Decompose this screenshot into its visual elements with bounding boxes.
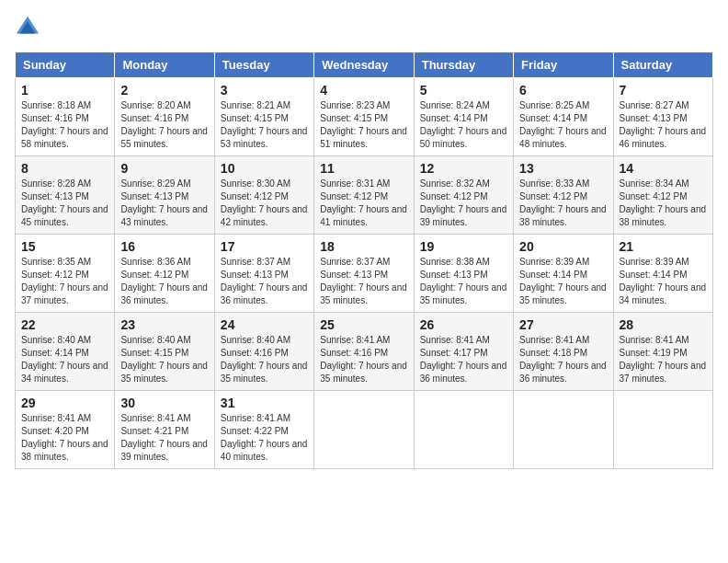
day-detail: Sunrise: 8:41 AMSunset: 4:21 PMDaylight:…	[120, 413, 208, 462]
day-detail: Sunrise: 8:41 AMSunset: 4:20 PMDaylight:…	[21, 413, 108, 462]
day-number: 10	[221, 161, 308, 176]
calendar-cell: 21 Sunrise: 8:39 AMSunset: 4:14 PMDaylig…	[613, 235, 712, 313]
day-number: 20	[519, 239, 607, 254]
calendar-cell: 19 Sunrise: 8:38 AMSunset: 4:13 PMDaylig…	[414, 235, 513, 313]
day-detail: Sunrise: 8:40 AMSunset: 4:16 PMDaylight:…	[221, 335, 308, 384]
day-detail: Sunrise: 8:23 AMSunset: 4:15 PMDaylight:…	[320, 100, 407, 149]
logo	[15, 15, 44, 40]
calendar-cell: 11 Sunrise: 8:31 AMSunset: 4:12 PMDaylig…	[314, 156, 414, 235]
calendar-cell: 23 Sunrise: 8:40 AMSunset: 4:15 PMDaylig…	[115, 313, 214, 391]
calendar-cell: 31 Sunrise: 8:41 AMSunset: 4:22 PMDaylig…	[214, 391, 313, 469]
day-number: 5	[420, 83, 507, 98]
calendar-cell: 1 Sunrise: 8:18 AMSunset: 4:16 PMDayligh…	[16, 78, 115, 156]
calendar-cell: 15 Sunrise: 8:35 AMSunset: 4:12 PMDaylig…	[16, 235, 115, 313]
weekday-header-tuesday: Tuesday	[214, 52, 313, 78]
calendar-cell: 10 Sunrise: 8:30 AMSunset: 4:12 PMDaylig…	[214, 156, 313, 235]
calendar-cell: 2 Sunrise: 8:20 AMSunset: 4:16 PMDayligh…	[115, 78, 214, 156]
day-number: 18	[320, 239, 407, 254]
calendar-cell: 12 Sunrise: 8:32 AMSunset: 4:12 PMDaylig…	[414, 156, 513, 235]
day-detail: Sunrise: 8:24 AMSunset: 4:14 PMDaylight:…	[420, 100, 507, 149]
calendar-cell	[514, 391, 613, 469]
day-detail: Sunrise: 8:21 AMSunset: 4:15 PMDaylight:…	[221, 100, 308, 149]
day-detail: Sunrise: 8:25 AMSunset: 4:14 PMDaylight:…	[519, 100, 607, 149]
day-number: 31	[221, 396, 308, 410]
calendar-cell: 3 Sunrise: 8:21 AMSunset: 4:15 PMDayligh…	[214, 78, 313, 156]
day-number: 3	[221, 83, 308, 98]
calendar-cell: 13 Sunrise: 8:33 AMSunset: 4:12 PMDaylig…	[514, 156, 613, 235]
day-detail: Sunrise: 8:40 AMSunset: 4:14 PMDaylight:…	[21, 335, 108, 384]
day-detail: Sunrise: 8:18 AMSunset: 4:16 PMDaylight:…	[21, 100, 108, 149]
day-detail: Sunrise: 8:27 AMSunset: 4:13 PMDaylight:…	[620, 100, 707, 149]
day-detail: Sunrise: 8:41 AMSunset: 4:17 PMDaylight:…	[420, 335, 507, 384]
day-number: 19	[420, 239, 507, 254]
calendar-cell: 5 Sunrise: 8:24 AMSunset: 4:14 PMDayligh…	[414, 78, 513, 156]
day-detail: Sunrise: 8:34 AMSunset: 4:12 PMDaylight:…	[620, 178, 707, 227]
calendar-week-row: 15 Sunrise: 8:35 AMSunset: 4:12 PMDaylig…	[16, 235, 713, 313]
day-number: 25	[320, 317, 407, 332]
day-detail: Sunrise: 8:39 AMSunset: 4:14 PMDaylight:…	[519, 257, 607, 305]
day-number: 4	[320, 83, 407, 98]
day-number: 2	[120, 83, 208, 98]
day-detail: Sunrise: 8:33 AMSunset: 4:12 PMDaylight:…	[519, 178, 607, 227]
calendar-cell: 6 Sunrise: 8:25 AMSunset: 4:14 PMDayligh…	[514, 78, 613, 156]
day-number: 8	[21, 161, 108, 176]
day-number: 1	[21, 83, 108, 98]
day-detail: Sunrise: 8:41 AMSunset: 4:22 PMDaylight:…	[221, 413, 308, 462]
day-number: 28	[620, 317, 707, 332]
day-number: 12	[420, 161, 507, 176]
day-detail: Sunrise: 8:32 AMSunset: 4:12 PMDaylight:…	[420, 178, 507, 227]
day-number: 14	[620, 161, 707, 176]
day-detail: Sunrise: 8:29 AMSunset: 4:13 PMDaylight:…	[120, 178, 208, 227]
day-number: 23	[120, 317, 208, 332]
day-detail: Sunrise: 8:40 AMSunset: 4:15 PMDaylight:…	[120, 335, 208, 384]
day-detail: Sunrise: 8:41 AMSunset: 4:18 PMDaylight:…	[519, 335, 607, 384]
day-number: 27	[519, 317, 607, 332]
calendar-cell: 28 Sunrise: 8:41 AMSunset: 4:19 PMDaylig…	[613, 313, 712, 391]
day-number: 13	[519, 161, 607, 176]
calendar-cell: 24 Sunrise: 8:40 AMSunset: 4:16 PMDaylig…	[214, 313, 313, 391]
calendar-cell: 9 Sunrise: 8:29 AMSunset: 4:13 PMDayligh…	[115, 156, 214, 235]
calendar-cell: 16 Sunrise: 8:36 AMSunset: 4:12 PMDaylig…	[115, 235, 214, 313]
day-detail: Sunrise: 8:31 AMSunset: 4:12 PMDaylight:…	[320, 178, 407, 227]
calendar-cell: 8 Sunrise: 8:28 AMSunset: 4:13 PMDayligh…	[16, 156, 115, 235]
day-number: 11	[320, 161, 407, 176]
day-detail: Sunrise: 8:35 AMSunset: 4:12 PMDaylight:…	[21, 257, 108, 305]
weekday-header-saturday: Saturday	[613, 52, 712, 78]
calendar-cell: 7 Sunrise: 8:27 AMSunset: 4:13 PMDayligh…	[613, 78, 712, 156]
calendar-week-row: 8 Sunrise: 8:28 AMSunset: 4:13 PMDayligh…	[16, 156, 713, 235]
calendar-week-row: 29 Sunrise: 8:41 AMSunset: 4:20 PMDaylig…	[16, 391, 713, 469]
calendar-cell: 18 Sunrise: 8:37 AMSunset: 4:13 PMDaylig…	[314, 235, 414, 313]
calendar-cell: 20 Sunrise: 8:39 AMSunset: 4:14 PMDaylig…	[514, 235, 613, 313]
calendar-cell: 27 Sunrise: 8:41 AMSunset: 4:18 PMDaylig…	[514, 313, 613, 391]
day-number: 6	[519, 83, 607, 98]
weekday-header-monday: Monday	[115, 52, 214, 78]
day-number: 7	[620, 83, 707, 98]
calendar-cell: 29 Sunrise: 8:41 AMSunset: 4:20 PMDaylig…	[16, 391, 115, 469]
header	[15, 15, 713, 40]
day-number: 16	[120, 239, 208, 254]
weekday-header-wednesday: Wednesday	[314, 52, 414, 78]
day-detail: Sunrise: 8:41 AMSunset: 4:19 PMDaylight:…	[620, 335, 707, 384]
day-number: 9	[120, 161, 208, 176]
calendar-cell	[414, 391, 513, 469]
day-number: 21	[620, 239, 707, 254]
day-number: 30	[120, 396, 208, 410]
day-number: 15	[21, 239, 108, 254]
day-detail: Sunrise: 8:30 AMSunset: 4:12 PMDaylight:…	[221, 178, 308, 227]
weekday-header-friday: Friday	[514, 52, 613, 78]
day-number: 26	[420, 317, 507, 332]
calendar-cell: 17 Sunrise: 8:37 AMSunset: 4:13 PMDaylig…	[214, 235, 313, 313]
calendar-cell: 26 Sunrise: 8:41 AMSunset: 4:17 PMDaylig…	[414, 313, 513, 391]
calendar-table: SundayMondayTuesdayWednesdayThursdayFrid…	[15, 52, 713, 469]
day-detail: Sunrise: 8:38 AMSunset: 4:13 PMDaylight:…	[420, 257, 507, 305]
day-detail: Sunrise: 8:39 AMSunset: 4:14 PMDaylight:…	[620, 257, 707, 305]
calendar-cell: 14 Sunrise: 8:34 AMSunset: 4:12 PMDaylig…	[613, 156, 712, 235]
calendar-cell: 30 Sunrise: 8:41 AMSunset: 4:21 PMDaylig…	[115, 391, 214, 469]
calendar-cell: 4 Sunrise: 8:23 AMSunset: 4:15 PMDayligh…	[314, 78, 414, 156]
calendar-week-row: 22 Sunrise: 8:40 AMSunset: 4:14 PMDaylig…	[16, 313, 713, 391]
day-number: 17	[221, 239, 308, 254]
calendar-cell: 25 Sunrise: 8:41 AMSunset: 4:16 PMDaylig…	[314, 313, 414, 391]
calendar-cell	[613, 391, 712, 469]
day-detail: Sunrise: 8:28 AMSunset: 4:13 PMDaylight:…	[21, 178, 108, 227]
weekday-header-thursday: Thursday	[414, 52, 513, 78]
